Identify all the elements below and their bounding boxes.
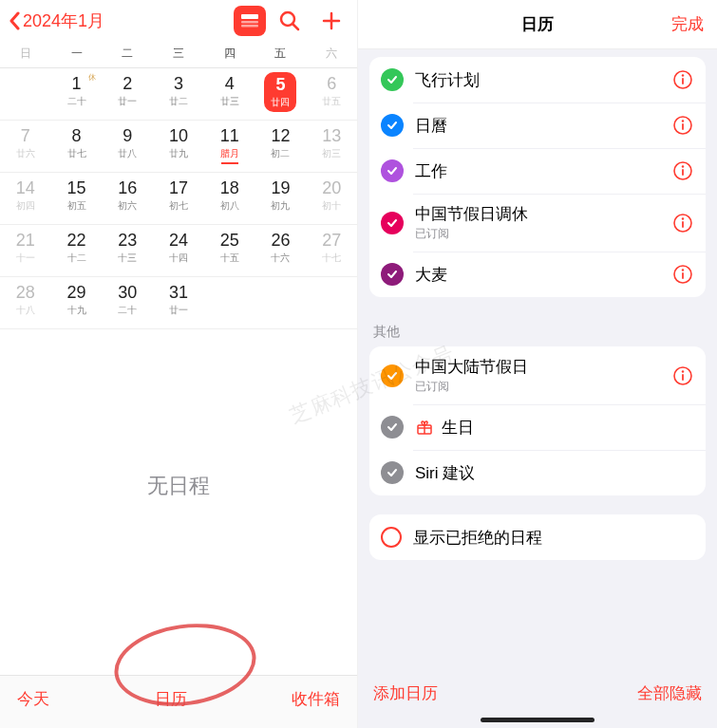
- day-cell[interactable]: 3廿二: [153, 68, 204, 120]
- radio-empty-icon: [381, 527, 402, 548]
- calendar-item[interactable]: 生日: [369, 404, 706, 450]
- day-cell[interactable]: 5廿四: [255, 68, 307, 120]
- day-number: 31: [153, 283, 204, 302]
- day-cell[interactable]: 26十六: [255, 225, 307, 276]
- day-number: 6: [306, 74, 357, 93]
- calendar-item[interactable]: 工作: [369, 148, 706, 194]
- day-cell[interactable]: 18初八: [204, 173, 255, 224]
- day-cell[interactable]: 8廿七: [51, 121, 103, 172]
- day-lunar: 十一: [0, 252, 51, 265]
- weekday-label: 一: [51, 42, 103, 67]
- svg-rect-15: [682, 169, 684, 176]
- info-icon[interactable]: [671, 159, 694, 182]
- add-event-button[interactable]: [313, 3, 349, 39]
- checkmark-icon: [381, 416, 404, 439]
- day-cell[interactable]: 19初九: [255, 173, 307, 224]
- rejected-label: 显示已拒绝的日程: [413, 527, 542, 549]
- add-calendar-button[interactable]: 添加日历: [373, 682, 438, 704]
- day-cell[interactable]: 4廿三: [204, 68, 255, 120]
- day-cell[interactable]: 17初七: [153, 173, 204, 224]
- calendar-item[interactable]: 中国大陆节假日已订阅: [369, 346, 706, 404]
- day-number: 17: [153, 178, 204, 197]
- day-lunar: 廿二: [153, 95, 204, 108]
- day-cell[interactable]: 29十九: [51, 277, 103, 328]
- weekday-label: 四: [204, 42, 255, 67]
- day-number: 16: [102, 178, 153, 197]
- info-icon[interactable]: [671, 263, 694, 286]
- calendar-item[interactable]: 日曆: [369, 103, 706, 148]
- calendars-button[interactable]: 日历: [155, 688, 187, 710]
- svg-rect-0: [241, 14, 258, 19]
- calendar-item[interactable]: 飞行计划: [369, 57, 706, 103]
- day-lunar: 初九: [255, 199, 307, 213]
- day-number: 9: [102, 126, 153, 145]
- day-cell[interactable]: 14初四: [0, 173, 51, 224]
- show-rejected-toggle[interactable]: 显示已拒绝的日程: [369, 514, 706, 560]
- day-cell[interactable]: 27十七: [306, 225, 357, 276]
- day-number: 11: [204, 126, 255, 145]
- left-toolbar: 今天 日历 收件箱: [0, 675, 357, 728]
- calendar-title: 生日: [442, 417, 474, 439]
- calendar-title: 大麦: [415, 264, 671, 286]
- list-view-button[interactable]: [234, 6, 266, 36]
- day-cell[interactable]: 25十五: [204, 225, 255, 276]
- day-cell[interactable]: 6廿五: [306, 68, 357, 120]
- day-lunar: 二十: [51, 95, 103, 108]
- info-icon[interactable]: [671, 364, 694, 387]
- info-icon[interactable]: [671, 114, 694, 137]
- info-icon[interactable]: [671, 68, 694, 91]
- day-cell[interactable]: 24十四: [153, 225, 204, 276]
- day-number: 7: [0, 126, 51, 145]
- weekday-label: 日: [0, 42, 51, 67]
- day-lunar: 十九: [51, 304, 103, 317]
- back-button[interactable]: 2024年1月: [8, 9, 104, 32]
- day-lunar: 廿一: [153, 304, 204, 317]
- day-cell[interactable]: 15初五: [51, 173, 103, 224]
- day-cell[interactable]: 1二十休: [51, 68, 103, 120]
- today-button[interactable]: 今天: [17, 688, 49, 710]
- chevron-left-icon: [8, 11, 21, 30]
- weekday-label: 三: [153, 42, 204, 67]
- svg-rect-2: [241, 25, 258, 28]
- done-button[interactable]: 完成: [671, 13, 704, 35]
- day-cell[interactable]: 28十八: [0, 277, 51, 328]
- calendar-group: 中国大陆节假日已订阅生日Siri 建议: [369, 346, 706, 495]
- month-grid: 1二十休2廿一3廿二4廿三5廿四6廿五7廿六8廿七9廿八10廿九11腊月12初二…: [0, 68, 357, 329]
- day-lunar: 廿五: [306, 95, 357, 108]
- calendar-item[interactable]: 中国节假日调休已订阅: [369, 194, 706, 252]
- day-cell[interactable]: 20初十: [306, 173, 357, 224]
- day-cell[interactable]: 21十一: [0, 225, 51, 276]
- checkmark-icon: [381, 159, 404, 182]
- calendar-list-scroll[interactable]: 飞行计划日曆工作中国节假日调休已订阅大麦其他中国大陆节假日已订阅生日Siri 建…: [358, 49, 717, 728]
- day-cell[interactable]: 7廿六: [0, 121, 51, 172]
- day-cell[interactable]: 12初二: [255, 121, 307, 172]
- checkmark-icon: [381, 114, 404, 137]
- calendar-item[interactable]: Siri 建议: [369, 450, 706, 495]
- day-number: 26: [255, 231, 307, 250]
- day-cell[interactable]: 23十三: [102, 225, 153, 276]
- calendar-title: 工作: [415, 160, 671, 182]
- svg-point-20: [682, 269, 684, 271]
- day-number: 14: [0, 178, 51, 197]
- day-cell[interactable]: 30二十: [102, 277, 153, 328]
- day-cell[interactable]: 13初三: [306, 121, 357, 172]
- day-cell[interactable]: 22十二: [51, 225, 103, 276]
- day-cell[interactable]: 10廿九: [153, 121, 204, 172]
- hide-all-button[interactable]: 全部隐藏: [637, 682, 702, 704]
- inbox-button[interactable]: 收件箱: [292, 688, 340, 710]
- day-cell[interactable]: 11腊月: [204, 121, 255, 172]
- day-number: 3: [153, 74, 204, 93]
- info-icon[interactable]: [671, 212, 694, 234]
- weekday-label: 六: [306, 42, 357, 67]
- section-label: 其他: [369, 316, 706, 346]
- day-cell[interactable]: 2廿一: [102, 68, 153, 120]
- svg-rect-21: [682, 272, 684, 279]
- search-button[interactable]: [272, 3, 308, 39]
- calendar-item[interactable]: 大麦: [369, 252, 706, 297]
- day-lunar: 廿四: [271, 96, 290, 109]
- day-cell[interactable]: 9廿八: [102, 121, 153, 172]
- svg-line-4: [292, 24, 298, 29]
- day-cell[interactable]: 16初六: [102, 173, 153, 224]
- day-cell[interactable]: 31廿一: [153, 277, 204, 328]
- gift-icon: [415, 418, 434, 437]
